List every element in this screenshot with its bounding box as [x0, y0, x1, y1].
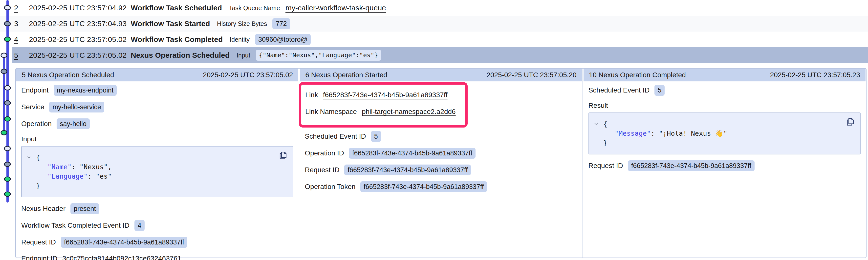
field-label: Link	[305, 91, 318, 99]
field-label: Endpoint ID	[21, 255, 57, 260]
field-label: Service	[21, 103, 44, 111]
json-key: "Name"	[48, 163, 72, 171]
field-label: Operation	[21, 120, 52, 128]
field-label: Link Namespace	[305, 108, 357, 116]
event-detail-group: 5 Nexus Operation Scheduled 2025-02-25 U…	[15, 68, 867, 258]
request-id-field: Request ID f665283f-743e-4374-b45b-9a61a…	[305, 164, 577, 175]
annotation-highlight-box: Link f665283f-743e-4374-b45b-9a61a89337f…	[299, 82, 468, 127]
task-queue-link[interactable]: my-caller-workflow-task-queue	[285, 4, 386, 12]
event-id-link[interactable]: 3	[14, 20, 23, 28]
timeline-dot-completed	[1, 130, 7, 136]
field-label: Operation Token	[305, 183, 355, 191]
nexus-header-badge: present	[70, 203, 99, 214]
field-label: Workflow Task Completed Event ID	[21, 222, 129, 229]
collapse-chevron-icon[interactable]	[589, 119, 603, 129]
event-timestamp: 2025-02-25 UTC 23:57:04.92	[29, 4, 131, 12]
event-row-4[interactable]: 4 2025-02-25 UTC 23:57:05.02 Workflow Ta…	[0, 32, 868, 47]
service-badge: my-hello-service	[49, 102, 104, 112]
timeline-dot-completed	[4, 177, 11, 182]
panel-timestamp: 2025-02-25 UTC 23:57:05.23	[770, 71, 860, 79]
timeline-dot-started	[4, 21, 11, 26]
field-label: Scheduled Event ID	[588, 86, 650, 94]
link-value-link[interactable]: f665283f-743e-4374-b45b-9a61a89337ff	[323, 91, 447, 99]
scheduled-event-id-field: Scheduled Event ID 5	[305, 131, 577, 142]
panel-timestamp: 2025-02-25 UTC 23:57:05.20	[486, 71, 576, 79]
endpoint-id-link[interactable]: 3c0c75ccfa8144b092c13ce632463761	[62, 255, 181, 260]
operation-token-field: Operation Token f665283f-743e-4374-b45b-…	[305, 181, 577, 192]
wft-completed-event-id-badge: 4	[134, 220, 145, 231]
event-name: Workflow Task Scheduled	[131, 4, 222, 12]
json-value: : "¡Hola! Nexus 👋"	[651, 129, 727, 137]
json-value: : "es"	[88, 173, 112, 180]
event-detail-label: Input	[237, 52, 250, 59]
operation-token-badge: f665283f-743e-4374-b45b-9a61a89337ff	[360, 181, 487, 192]
timeline-dot-started	[4, 100, 11, 106]
result-label: Result	[588, 102, 861, 110]
code-text: }	[589, 138, 607, 148]
timeline-dot-completed	[4, 116, 11, 122]
panel-timestamp: 2025-02-25 UTC 23:57:05.02	[203, 71, 293, 79]
wft-completed-event-id-field: Workflow Task Completed Event ID 4	[21, 220, 293, 231]
event-row-5-selected[interactable]: 5 2025-02-25 UTC 23:57:05.02 Nexus Opera…	[0, 47, 868, 63]
input-code-block: { "Name": "Nexus", "Language": "es" }	[21, 146, 293, 197]
timeline-dot-scheduled	[4, 146, 11, 151]
panel-nexus-operation-scheduled: 5 Nexus Operation Scheduled 2025-02-25 U…	[16, 69, 299, 258]
timeline-dot-scheduled	[4, 85, 11, 90]
panel-title: 5 Nexus Operation Scheduled	[22, 71, 114, 79]
timeline-dot-completed	[4, 37, 11, 42]
scheduled-event-id-badge: 5	[654, 85, 664, 96]
timeline-dot-scheduled	[1, 53, 7, 58]
copy-icon[interactable]	[279, 151, 287, 160]
event-timestamp: 2025-02-25 UTC 23:57:05.02	[29, 35, 131, 44]
json-value: : "Nexus",	[72, 163, 112, 171]
endpoint-field: Endpoint my-nexus-endpoint	[21, 85, 293, 96]
event-detail-label: Identity	[229, 36, 250, 43]
code-text: }	[22, 181, 40, 190]
event-id-link[interactable]: 2	[14, 4, 23, 12]
request-id-badge: f665283f-743e-4374-b45b-9a61a89337ff	[61, 237, 187, 248]
service-field: Service my-hello-service	[21, 102, 293, 112]
timeline-dot-completed	[4, 192, 11, 197]
event-row-2[interactable]: 2 2025-02-25 UTC 23:57:04.92 Workflow Ta…	[0, 0, 868, 16]
request-id-badge: f665283f-743e-4374-b45b-9a61a89337ff	[344, 164, 471, 175]
copy-icon[interactable]	[846, 117, 855, 126]
event-timestamp: 2025-02-25 UTC 23:57:05.02	[29, 51, 131, 60]
event-detail-label: Task Queue Name	[229, 4, 280, 11]
panel-header: 5 Nexus Operation Scheduled 2025-02-25 U…	[16, 69, 298, 81]
operation-field: Operation say-hello	[21, 118, 293, 129]
event-row-3[interactable]: 3 2025-02-25 UTC 23:57:04.93 Workflow Ta…	[0, 16, 868, 32]
scheduled-event-id-field: Scheduled Event ID 5	[588, 85, 861, 96]
link-namespace-link[interactable]: phil-target-namespace2.a2dd6	[362, 108, 456, 116]
operation-id-field: Operation ID f665283f-743e-4374-b45b-9a6…	[305, 148, 577, 159]
endpoint-id-field: Endpoint ID 3c0c75ccfa8144b092c13ce63246…	[21, 254, 293, 260]
field-label: Operation ID	[305, 149, 344, 157]
nexus-header-field: Nexus Header present	[21, 203, 293, 214]
panel-title: 10 Nexus Operation Completed	[589, 71, 686, 79]
operation-badge: say-hello	[57, 118, 90, 129]
history-size-badge: 772	[272, 18, 290, 29]
panel-header: 6 Nexus Operation Started 2025-02-25 UTC…	[300, 69, 582, 81]
event-timeline	[0, 0, 12, 260]
event-timestamp: 2025-02-25 UTC 23:57:04.93	[29, 20, 131, 28]
request-id-badge: f665283f-743e-4374-b45b-9a61a89337ff	[628, 160, 754, 171]
field-label: Scheduled Event ID	[305, 133, 366, 140]
timeline-dot-scheduled	[4, 5, 11, 10]
event-id-link[interactable]: 4	[14, 35, 23, 44]
event-name: Workflow Task Completed	[131, 35, 223, 44]
panel-nexus-operation-completed: 10 Nexus Operation Completed 2025-02-25 …	[583, 69, 866, 258]
panel-header: 10 Nexus Operation Completed 2025-02-25 …	[584, 69, 866, 81]
collapse-chevron-icon[interactable]	[22, 153, 36, 162]
link-namespace-field: Link Namespace phil-target-namespace2.a2…	[305, 107, 460, 117]
input-payload-badge: {"Name":"Nexus","Language":"es"}	[256, 50, 381, 61]
event-id-link[interactable]: 5	[14, 51, 23, 60]
result-code-block: { "Message": "¡Hola! Nexus 👋" }	[588, 112, 861, 154]
operation-id-badge: f665283f-743e-4374-b45b-9a61a89337ff	[349, 148, 475, 159]
request-id-field: Request ID f665283f-743e-4374-b45b-9a61a…	[588, 160, 861, 171]
field-label: Request ID	[21, 238, 56, 246]
input-label: Input	[21, 135, 293, 143]
link-field: Link f665283f-743e-4374-b45b-9a61a89337f…	[305, 90, 460, 100]
code-text: {	[36, 153, 40, 162]
identity-badge: 30960@totoro@	[255, 34, 311, 45]
event-detail-label: History Size Bytes	[217, 20, 267, 27]
timeline-branch-line	[3, 55, 5, 133]
